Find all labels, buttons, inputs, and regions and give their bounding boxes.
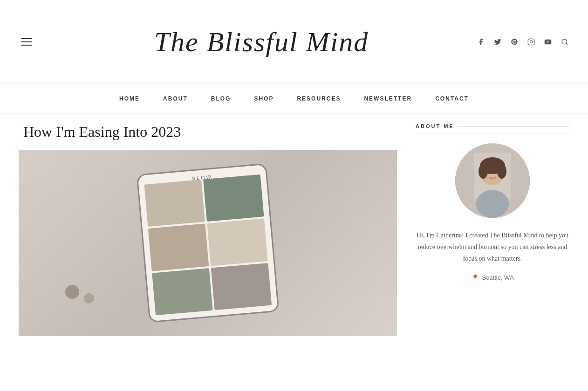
article-featured-image: SLOW bbox=[19, 150, 397, 336]
nav-item-resources[interactable]: RESOURCES bbox=[297, 93, 341, 104]
pinterest-icon[interactable] bbox=[510, 37, 519, 47]
facebook-icon[interactable] bbox=[476, 37, 485, 47]
nav-item-contact[interactable]: CONTACT bbox=[435, 93, 469, 104]
nav-item-newsletter[interactable]: NEWSLETTER bbox=[364, 93, 412, 104]
nav-item-home[interactable]: HOME bbox=[119, 93, 140, 104]
article-area: How I'm Easing Into 2023 SLOW bbox=[19, 123, 397, 336]
svg-point-11 bbox=[479, 164, 488, 179]
about-me-bio: Hi, I'm Catherine! I created The Blissfu… bbox=[416, 229, 569, 265]
site-logo[interactable]: The Blissful Mind bbox=[47, 27, 476, 57]
sidebar: ABOUT ME bbox=[416, 123, 569, 336]
logo-text: The Blissful Mind bbox=[47, 27, 476, 57]
profile-image bbox=[455, 143, 530, 218]
svg-point-12 bbox=[497, 164, 506, 179]
main-navigation: HOME ABOUT BLOG SHOP RESOURCES NEWSLETTE… bbox=[0, 84, 588, 114]
social-icons-bar bbox=[476, 37, 569, 47]
svg-point-4 bbox=[562, 39, 567, 44]
twitter-icon[interactable] bbox=[493, 37, 502, 47]
nav-item-shop[interactable]: SHOP bbox=[254, 93, 273, 104]
instagram-icon[interactable] bbox=[526, 37, 536, 47]
nav-item-about[interactable]: ABOUT bbox=[163, 93, 188, 104]
main-content: How I'm Easing Into 2023 SLOW bbox=[0, 123, 588, 355]
svg-point-2 bbox=[533, 40, 533, 40]
site-header: The Blissful Mind bbox=[0, 0, 588, 84]
search-icon[interactable] bbox=[560, 37, 569, 47]
youtube-icon[interactable] bbox=[543, 37, 553, 47]
svg-rect-0 bbox=[528, 39, 534, 45]
location-text: Seattle, WA bbox=[482, 274, 513, 281]
about-me-section: ABOUT ME bbox=[416, 123, 569, 282]
location-pin-icon: 📍 bbox=[471, 274, 479, 282]
svg-point-8 bbox=[476, 190, 509, 218]
svg-point-1 bbox=[530, 40, 532, 43]
article-title: How I'm Easing Into 2023 bbox=[19, 123, 397, 141]
tablet-image: SLOW bbox=[137, 163, 280, 323]
nav-item-blog[interactable]: BLOG bbox=[211, 93, 231, 104]
about-me-location: 📍 Seattle, WA bbox=[416, 274, 569, 282]
svg-line-5 bbox=[566, 43, 567, 45]
hamburger-menu-button[interactable] bbox=[19, 36, 47, 48]
about-me-section-title: ABOUT ME bbox=[416, 123, 569, 134]
